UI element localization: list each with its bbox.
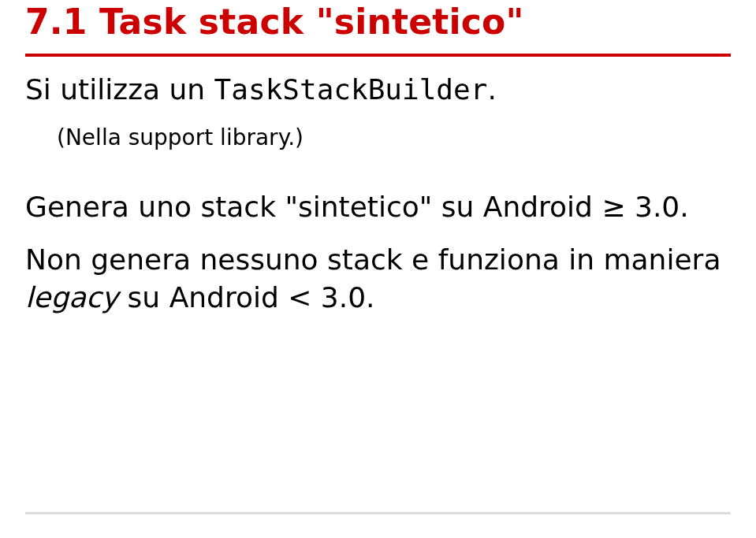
slide-title: 7.1 Task stack "sintetico" bbox=[25, 2, 731, 42]
slide: 7.1 Task stack "sintetico" Si utilizza u… bbox=[0, 0, 756, 538]
legacy-word: legacy bbox=[25, 281, 118, 314]
slide-content: Si utilizza un TaskStackBuilder. (Nella … bbox=[25, 71, 731, 332]
paragraph-3-b: su Android < 3.0. bbox=[118, 281, 374, 314]
paragraph-3: Non genera nessuno stack e funziona in m… bbox=[25, 241, 731, 317]
intro-paragraph: Si utilizza un TaskStackBuilder. bbox=[25, 71, 731, 109]
intro-text-suffix: . bbox=[487, 73, 496, 106]
title-underline bbox=[25, 54, 731, 57]
support-library-note: (Nella support library.) bbox=[57, 124, 731, 152]
paragraph-2: Genera uno stack "sintetico" su Android … bbox=[25, 188, 731, 227]
paragraph-3-a: Non genera nessuno stack e funziona in m… bbox=[25, 243, 721, 276]
intro-text-prefix: Si utilizza un bbox=[25, 73, 214, 106]
code-identifier: TaskStackBuilder bbox=[214, 73, 488, 106]
footer-rule bbox=[25, 512, 731, 514]
